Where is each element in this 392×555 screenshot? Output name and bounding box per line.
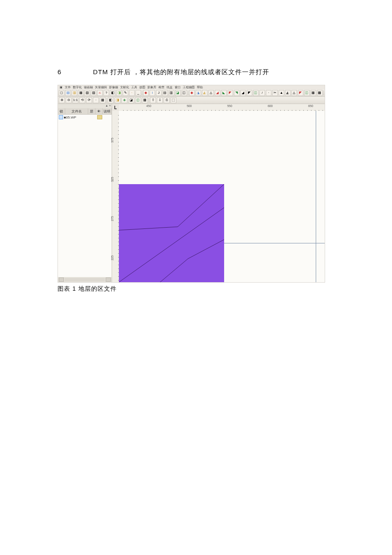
- menu-item[interactable]: 检查: [159, 85, 164, 90]
- toolbar-button[interactable]: ?: [104, 90, 109, 96]
- toolbar-button[interactable]: ◨: [116, 90, 122, 96]
- toolbar-button[interactable]: ◥: [234, 90, 239, 96]
- drawing-area: L 450500550600650 375325275225: [112, 104, 325, 282]
- toolbar-button[interactable]: ◤: [228, 90, 233, 96]
- panel-pin-icon[interactable]: ▲: [105, 104, 108, 108]
- toolbar-button[interactable]: ◬: [208, 90, 214, 96]
- toolbar-button[interactable]: ◣: [221, 90, 227, 96]
- stratum-line: [178, 184, 224, 227]
- file-panel: ▲ × 锁 文件名 层 👁 说明 ■05.WP: [58, 104, 112, 282]
- toolbar-button[interactable]: ▥: [72, 90, 77, 96]
- toolbar-button[interactable]: /: [259, 90, 265, 96]
- toolbar-button[interactable]: ◢: [215, 90, 220, 96]
- toolbar-button[interactable]: ▦: [142, 97, 148, 103]
- toolbar-button[interactable]: ⇩: [157, 97, 163, 103]
- toolbar-button[interactable]: ▥: [169, 90, 174, 96]
- polygon-region[interactable]: [119, 184, 224, 282]
- toolbar-button[interactable]: ⎙: [164, 97, 170, 103]
- toolbar-button[interactable]: ⟳: [86, 97, 92, 103]
- toolbar-button[interactable]: ·: [266, 90, 271, 96]
- col-layer: 层: [88, 108, 95, 114]
- toolbar-button[interactable]: ◧: [108, 97, 114, 103]
- toolbar-button[interactable]: ◆: [143, 90, 149, 96]
- toolbar-button[interactable]: ⎯: [135, 90, 141, 96]
- toolbar-button[interactable]: ✂: [272, 90, 278, 96]
- file-row[interactable]: ■05.WP: [58, 115, 112, 120]
- toolbar-button[interactable]: ◭: [285, 90, 291, 96]
- toolbar-button[interactable]: ◨: [115, 97, 121, 103]
- toolbar-button[interactable]: i: [150, 90, 155, 96]
- toolbar-button[interactable]: ·: [93, 97, 99, 103]
- toolbar-button[interactable]: ✎: [123, 90, 128, 96]
- toolbar-button[interactable]: ⇧: [150, 97, 156, 103]
- toolbar-button[interactable]: ▧: [84, 90, 90, 96]
- toolbar-button[interactable]: ◫: [135, 97, 141, 103]
- file-name: ■05.WP: [64, 116, 96, 119]
- stratum-line: [119, 227, 178, 230]
- toolbar-button[interactable]: ◈: [121, 97, 127, 103]
- panel-body: ■05.WP: [58, 115, 112, 277]
- menu-item[interactable]: 窗口: [175, 85, 181, 90]
- step-number: 6: [58, 68, 91, 75]
- menu-item[interactable]: 纸直: [167, 85, 173, 90]
- scroll-right-icon[interactable]: [106, 278, 111, 282]
- toolbar-button[interactable]: ◮: [196, 90, 201, 96]
- toolbar-button[interactable]: ◤: [298, 90, 303, 96]
- canvas[interactable]: [119, 111, 325, 282]
- figure-caption: 图表 1 地层的区文件: [58, 285, 334, 293]
- toolbar-button[interactable]: ⬚: [170, 97, 176, 103]
- toolbar-button[interactable]: ◪: [175, 90, 181, 96]
- toolbar-button[interactable]: ⊕: [59, 97, 65, 103]
- menu-item[interactable]: 文件: [65, 85, 71, 90]
- toolbar-button[interactable]: ▨: [91, 90, 96, 96]
- file-checkbox[interactable]: [59, 115, 63, 119]
- toolbar-button[interactable]: J: [156, 90, 161, 96]
- menu-item[interactable]: 影像编: [109, 85, 118, 90]
- toolbar-button[interactable]: ◫: [253, 90, 259, 96]
- toolbar-button[interactable]: ·: [129, 90, 135, 96]
- ruler-corner[interactable]: L: [112, 104, 119, 111]
- menu-item[interactable]: 矢量编辑: [95, 85, 107, 90]
- toolbar-button[interactable]: ⊖: [66, 97, 72, 103]
- folder-icon: [97, 115, 102, 119]
- stratum-line: [188, 240, 224, 259]
- ruler-label: 550: [227, 104, 232, 107]
- toolbar-button[interactable]: ▦: [311, 90, 316, 96]
- toolbar-button[interactable]: ◫: [182, 90, 187, 96]
- menu-item[interactable]: 接图: [139, 85, 145, 90]
- toolbar-button[interactable]: ◧: [110, 90, 115, 96]
- menu-item[interactable]: 影象库: [147, 85, 156, 90]
- toolbar-button[interactable]: ▲: [279, 90, 284, 96]
- ruler-label: 375: [111, 137, 114, 144]
- toolbar-button[interactable]: 1:1: [72, 97, 78, 103]
- toolbar-button[interactable]: ◆: [189, 90, 195, 96]
- scroll-track[interactable]: [65, 278, 105, 281]
- toolbar-button[interactable]: ▤: [65, 90, 71, 96]
- toolbar-button[interactable]: ▦: [78, 90, 84, 96]
- scroll-left-icon[interactable]: [59, 278, 64, 282]
- menu-item[interactable]: 工具: [131, 85, 137, 90]
- toolbar-button[interactable]: ⎌: [97, 90, 103, 96]
- toolbar-button[interactable]: ◬: [291, 90, 297, 96]
- app-screenshot: ▣ 文件 数字化 镶嵌融 矢量编辑 影像编 文献化 工具 接图 影象库 检查 纸…: [58, 85, 325, 283]
- menu-item[interactable]: 帮助: [197, 85, 203, 90]
- panel-hscroll[interactable]: [58, 277, 112, 282]
- menu-item[interactable]: 工程编图: [183, 85, 195, 90]
- ruler-label: 600: [268, 104, 273, 107]
- toolbar-button[interactable]: ⟲: [79, 97, 85, 103]
- toolbar-button[interactable]: ◤: [247, 90, 252, 96]
- col-filename: 文件名: [65, 108, 88, 114]
- toolbar-button[interactable]: ▩: [317, 90, 323, 96]
- toolbar-button[interactable]: ◫: [304, 90, 310, 96]
- toolbar-button[interactable]: ◪: [128, 97, 134, 103]
- toolbar-button[interactable]: ◻: [59, 90, 64, 96]
- ruler-label: 500: [187, 104, 192, 107]
- menu-item[interactable]: 镶嵌融: [84, 85, 93, 90]
- toolbar-button[interactable]: ▦: [100, 97, 106, 103]
- toolbar-button[interactable]: ▤: [162, 90, 168, 96]
- toolbar-button[interactable]: ◭: [202, 90, 208, 96]
- menu-item[interactable]: 数字化: [73, 85, 82, 90]
- menu-item[interactable]: 文献化: [120, 85, 129, 90]
- toolbar-button[interactable]: ◢: [240, 90, 246, 96]
- panel-close-icon[interactable]: ×: [109, 104, 111, 108]
